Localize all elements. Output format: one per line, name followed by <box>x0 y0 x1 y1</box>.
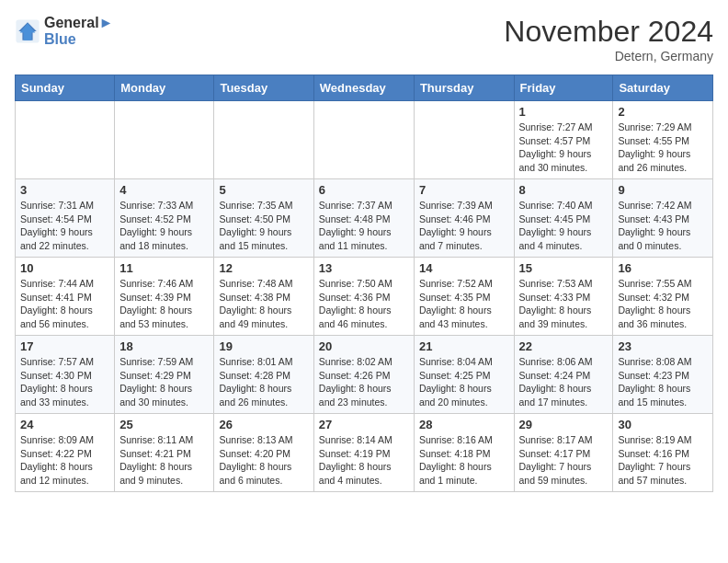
day-info: Sunrise: 8:08 AM Sunset: 4:23 PM Dayligh… <box>618 355 708 409</box>
calendar-day-cell <box>214 101 313 179</box>
calendar-day-cell: 12Sunrise: 7:48 AM Sunset: 4:38 PM Dayli… <box>214 258 313 336</box>
day-info: Sunrise: 7:48 AM Sunset: 4:38 PM Dayligh… <box>219 277 308 331</box>
logo-text: General► Blue <box>44 15 113 48</box>
calendar-day-cell <box>115 101 214 179</box>
calendar-day-cell: 27Sunrise: 8:14 AM Sunset: 4:19 PM Dayli… <box>313 414 414 492</box>
calendar-day-cell: 25Sunrise: 8:11 AM Sunset: 4:21 PM Dayli… <box>115 414 214 492</box>
day-number: 8 <box>519 183 609 197</box>
calendar-day-cell <box>16 101 115 179</box>
day-info: Sunrise: 8:01 AM Sunset: 4:28 PM Dayligh… <box>219 355 308 409</box>
calendar-day-cell: 23Sunrise: 8:08 AM Sunset: 4:23 PM Dayli… <box>613 336 713 414</box>
logo: General► Blue <box>15 15 113 48</box>
day-number: 19 <box>219 339 308 353</box>
day-number: 3 <box>20 183 109 197</box>
day-info: Sunrise: 7:40 AM Sunset: 4:45 PM Dayligh… <box>519 199 609 253</box>
day-info: Sunrise: 7:53 AM Sunset: 4:33 PM Dayligh… <box>519 277 609 331</box>
day-info: Sunrise: 7:44 AM Sunset: 4:41 PM Dayligh… <box>20 277 109 331</box>
calendar-day-cell: 26Sunrise: 8:13 AM Sunset: 4:20 PM Dayli… <box>214 414 313 492</box>
calendar-day-cell: 6Sunrise: 7:37 AM Sunset: 4:48 PM Daylig… <box>313 179 414 258</box>
day-number: 14 <box>419 261 509 275</box>
day-info: Sunrise: 7:27 AM Sunset: 4:57 PM Dayligh… <box>519 121 609 175</box>
calendar-day-cell: 4Sunrise: 7:33 AM Sunset: 4:52 PM Daylig… <box>115 179 214 258</box>
day-number: 17 <box>20 339 109 353</box>
calendar-week-row: 3Sunrise: 7:31 AM Sunset: 4:54 PM Daylig… <box>16 179 713 258</box>
day-info: Sunrise: 7:33 AM Sunset: 4:52 PM Dayligh… <box>119 199 209 253</box>
day-info: Sunrise: 8:09 AM Sunset: 4:22 PM Dayligh… <box>20 433 109 488</box>
calendar-day-cell: 18Sunrise: 7:59 AM Sunset: 4:29 PM Dayli… <box>115 336 214 414</box>
logo-icon <box>15 18 40 44</box>
calendar-day-cell: 22Sunrise: 8:06 AM Sunset: 4:24 PM Dayli… <box>514 336 613 414</box>
day-number: 7 <box>419 183 509 197</box>
calendar-day-cell: 24Sunrise: 8:09 AM Sunset: 4:22 PM Dayli… <box>16 414 115 492</box>
calendar-day-cell: 11Sunrise: 7:46 AM Sunset: 4:39 PM Dayli… <box>115 258 214 336</box>
day-number: 5 <box>219 183 308 197</box>
calendar-day-cell: 28Sunrise: 8:16 AM Sunset: 4:18 PM Dayli… <box>414 414 514 492</box>
day-number: 25 <box>119 418 209 431</box>
calendar-day-cell: 21Sunrise: 8:04 AM Sunset: 4:25 PM Dayli… <box>414 336 514 414</box>
day-info: Sunrise: 8:04 AM Sunset: 4:25 PM Dayligh… <box>419 355 509 409</box>
day-info: Sunrise: 7:52 AM Sunset: 4:35 PM Dayligh… <box>419 277 509 331</box>
day-number: 4 <box>119 183 209 197</box>
calendar-day-cell: 16Sunrise: 7:55 AM Sunset: 4:32 PM Dayli… <box>613 258 713 336</box>
day-info: Sunrise: 7:37 AM Sunset: 4:48 PM Dayligh… <box>319 199 409 253</box>
day-number: 23 <box>618 339 708 353</box>
title-block: November 2024 Detern, Germany <box>504 15 713 63</box>
day-info: Sunrise: 7:59 AM Sunset: 4:29 PM Dayligh… <box>119 355 209 409</box>
day-number: 13 <box>319 261 409 275</box>
day-info: Sunrise: 8:19 AM Sunset: 4:16 PM Dayligh… <box>618 433 708 488</box>
day-number: 20 <box>319 339 409 353</box>
day-number: 26 <box>219 418 308 431</box>
weekday-header: Tuesday <box>214 75 313 101</box>
weekday-header: Friday <box>514 75 613 101</box>
day-number: 10 <box>20 261 109 275</box>
day-number: 21 <box>419 339 509 353</box>
location: Detern, Germany <box>504 49 713 63</box>
weekday-header: Monday <box>115 75 214 101</box>
calendar-week-row: 10Sunrise: 7:44 AM Sunset: 4:41 PM Dayli… <box>16 258 713 336</box>
day-info: Sunrise: 8:16 AM Sunset: 4:18 PM Dayligh… <box>419 433 509 488</box>
calendar-day-cell: 19Sunrise: 8:01 AM Sunset: 4:28 PM Dayli… <box>214 336 313 414</box>
day-number: 24 <box>20 418 109 431</box>
weekday-header: Wednesday <box>313 75 414 101</box>
day-info: Sunrise: 8:17 AM Sunset: 4:17 PM Dayligh… <box>519 433 609 488</box>
day-number: 27 <box>319 418 409 431</box>
weekday-header: Sunday <box>16 75 115 101</box>
calendar-day-cell: 1Sunrise: 7:27 AM Sunset: 4:57 PM Daylig… <box>514 101 613 179</box>
day-info: Sunrise: 7:42 AM Sunset: 4:43 PM Dayligh… <box>618 199 708 253</box>
weekday-header: Thursday <box>414 75 514 101</box>
calendar-day-cell: 30Sunrise: 8:19 AM Sunset: 4:16 PM Dayli… <box>613 414 713 492</box>
day-info: Sunrise: 8:14 AM Sunset: 4:19 PM Dayligh… <box>319 433 409 488</box>
calendar-day-cell: 2Sunrise: 7:29 AM Sunset: 4:55 PM Daylig… <box>613 101 713 179</box>
calendar: SundayMondayTuesdayWednesdayThursdayFrid… <box>15 75 713 492</box>
calendar-day-cell: 3Sunrise: 7:31 AM Sunset: 4:54 PM Daylig… <box>16 179 115 258</box>
day-info: Sunrise: 8:11 AM Sunset: 4:21 PM Dayligh… <box>119 433 209 488</box>
calendar-day-cell: 5Sunrise: 7:35 AM Sunset: 4:50 PM Daylig… <box>214 179 313 258</box>
weekday-header-row: SundayMondayTuesdayWednesdayThursdayFrid… <box>16 75 713 101</box>
day-number: 15 <box>519 261 609 275</box>
calendar-day-cell: 15Sunrise: 7:53 AM Sunset: 4:33 PM Dayli… <box>514 258 613 336</box>
page-header: General► Blue November 2024 Detern, Germ… <box>15 15 713 63</box>
day-info: Sunrise: 7:29 AM Sunset: 4:55 PM Dayligh… <box>618 121 708 175</box>
calendar-day-cell <box>414 101 514 179</box>
day-info: Sunrise: 7:55 AM Sunset: 4:32 PM Dayligh… <box>618 277 708 331</box>
day-info: Sunrise: 7:35 AM Sunset: 4:50 PM Dayligh… <box>219 199 308 253</box>
calendar-day-cell: 9Sunrise: 7:42 AM Sunset: 4:43 PM Daylig… <box>613 179 713 258</box>
day-info: Sunrise: 8:06 AM Sunset: 4:24 PM Dayligh… <box>519 355 609 409</box>
day-info: Sunrise: 7:39 AM Sunset: 4:46 PM Dayligh… <box>419 199 509 253</box>
day-info: Sunrise: 8:13 AM Sunset: 4:20 PM Dayligh… <box>219 433 308 488</box>
day-number: 2 <box>618 105 708 119</box>
calendar-day-cell: 8Sunrise: 7:40 AM Sunset: 4:45 PM Daylig… <box>514 179 613 258</box>
day-info: Sunrise: 7:57 AM Sunset: 4:30 PM Dayligh… <box>20 355 109 409</box>
day-info: Sunrise: 7:46 AM Sunset: 4:39 PM Dayligh… <box>119 277 209 331</box>
day-number: 30 <box>618 418 708 431</box>
calendar-day-cell: 10Sunrise: 7:44 AM Sunset: 4:41 PM Dayli… <box>16 258 115 336</box>
day-info: Sunrise: 7:31 AM Sunset: 4:54 PM Dayligh… <box>20 199 109 253</box>
calendar-day-cell: 13Sunrise: 7:50 AM Sunset: 4:36 PM Dayli… <box>313 258 414 336</box>
month-title: November 2024 <box>504 15 713 49</box>
day-info: Sunrise: 7:50 AM Sunset: 4:36 PM Dayligh… <box>319 277 409 331</box>
calendar-day-cell <box>313 101 414 179</box>
weekday-header: Saturday <box>613 75 713 101</box>
day-info: Sunrise: 8:02 AM Sunset: 4:26 PM Dayligh… <box>319 355 409 409</box>
calendar-day-cell: 14Sunrise: 7:52 AM Sunset: 4:35 PM Dayli… <box>414 258 514 336</box>
day-number: 16 <box>618 261 708 275</box>
